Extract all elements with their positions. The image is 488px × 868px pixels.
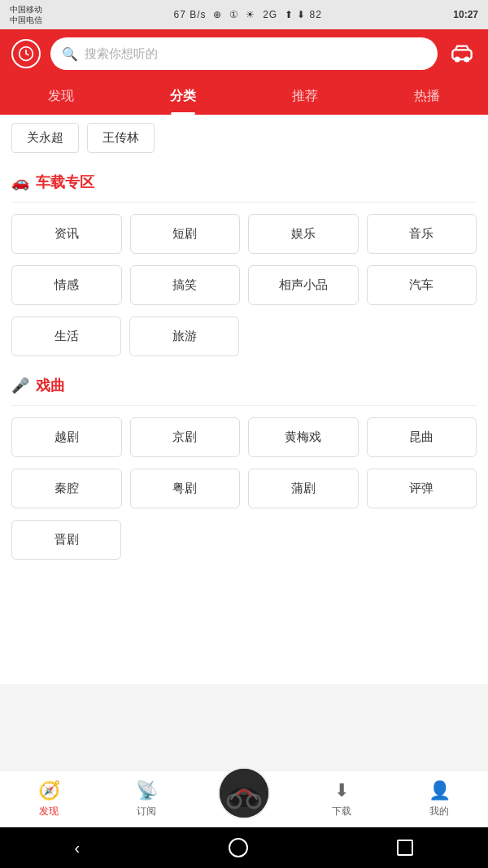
nav-mine[interactable]: 👤 我的 [390, 774, 488, 825]
car-section-icon: 🚗 [11, 173, 29, 191]
car-section-title: 车载专区 [36, 172, 94, 192]
android-back-button[interactable]: ‹ [75, 839, 81, 857]
cat-crosstalk[interactable]: 相声小品 [248, 265, 359, 305]
main-content: 关永超 王传林 🚗 车载专区 资讯 短剧 娱乐 音乐 情感 搞笑 相声小品 汽车… [0, 115, 488, 684]
opera-grid-row1: 越剧 京剧 黄梅戏 昆曲 [11, 417, 477, 457]
tag-wangchuanlin[interactable]: 王传林 [87, 123, 155, 153]
svg-point-3 [465, 58, 469, 62]
cat-drama[interactable]: 短剧 [130, 214, 241, 254]
status-bar: 中国移动 中国电信 67 B/s ⊕ ① ☀ 2G ⬆ ⬇ 82 10:27 [0, 0, 488, 29]
cat-funny[interactable]: 搞笑 [130, 265, 241, 305]
android-home-button[interactable] [229, 838, 248, 857]
tab-hot[interactable]: 热播 [366, 78, 488, 115]
nav-subscribe-label: 订阅 [137, 805, 156, 818]
search-icon: 🔍 [62, 46, 78, 62]
tab-category[interactable]: 分类 [122, 78, 244, 115]
opera-section-title: 戏曲 [36, 376, 65, 395]
signal-info: 67 B/s ⊕ ① ☀ 2G ⬆ ⬇ 82 [173, 9, 321, 20]
tab-discover[interactable]: 发现 [0, 78, 122, 115]
download-icon: ⬇ [334, 780, 349, 801]
section-opera-header: 🎤 戏曲 [11, 364, 477, 406]
cat-jingju[interactable]: 京剧 [130, 417, 241, 457]
nav-download-label: 下载 [332, 805, 351, 818]
section-car: 🚗 车载专区 资讯 短剧 娱乐 音乐 情感 搞笑 相声小品 汽车 生活 旅游 [0, 161, 488, 364]
header: 🔍 搜索你想听的 [0, 29, 488, 78]
cat-emotion[interactable]: 情感 [11, 265, 122, 305]
nav-subscribe[interactable]: 📡 订阅 [98, 774, 195, 825]
opera-grid-row2: 秦腔 粤剧 蒲剧 评弹 [11, 469, 477, 508]
android-nav-bar: ‹ [0, 827, 488, 868]
carrier-info: 中国移动 中国电信 [10, 4, 42, 25]
nav-discover-label: 发现 [39, 805, 59, 818]
cat-yueju2[interactable]: 粤剧 [130, 469, 241, 508]
cat-huangmei[interactable]: 黄梅戏 [248, 417, 359, 457]
nav-discover[interactable]: 🧭 发现 [0, 774, 98, 825]
nav-mine-label: 我的 [429, 805, 449, 818]
cat-car[interactable]: 汽车 [367, 265, 477, 305]
partial-tag-row: 关永超 王传林 [0, 115, 488, 161]
opera-section-icon: 🎤 [11, 377, 29, 395]
car-grid-row1: 资讯 短剧 娱乐 音乐 [11, 214, 477, 254]
cat-yueju[interactable]: 越剧 [11, 417, 122, 457]
bottom-nav: 🧭 发现 📡 订阅 [0, 770, 488, 827]
cat-music[interactable]: 音乐 [367, 214, 477, 254]
cat-entertainment[interactable]: 娱乐 [248, 214, 359, 254]
cat-qinqiang[interactable]: 秦腔 [11, 469, 122, 508]
car-mode-button[interactable] [447, 39, 477, 68]
nav-download[interactable]: ⬇ 下载 [293, 774, 390, 825]
svg-point-2 [455, 58, 460, 62]
subscribe-icon: 📡 [136, 780, 158, 801]
android-recents-button[interactable] [397, 840, 413, 856]
discover-icon: 🧭 [38, 780, 60, 801]
cat-travel[interactable]: 旅游 [129, 316, 239, 356]
time-display: 10:27 [453, 9, 478, 20]
cat-jinju[interactable]: 晋剧 [11, 520, 121, 560]
section-opera: 🎤 戏曲 越剧 京剧 黄梅戏 昆曲 秦腔 粤剧 蒲剧 评弹 晋剧 [0, 364, 488, 568]
nav-tabs: 发现 分类 推荐 热播 [0, 78, 488, 115]
cat-life[interactable]: 生活 [11, 316, 121, 356]
opera-grid-row3: 晋剧 [11, 520, 477, 560]
now-playing-thumbnail [220, 769, 268, 818]
car-grid-row3: 生活 旅游 [11, 316, 477, 356]
search-bar[interactable]: 🔍 搜索你想听的 [50, 37, 438, 70]
section-car-header: 🚗 车载专区 [11, 161, 477, 203]
cat-news[interactable]: 资讯 [11, 214, 122, 254]
clock-icon[interactable] [11, 39, 41, 68]
tag-guanyongchao[interactable]: 关永超 [11, 123, 79, 153]
tab-recommend[interactable]: 推荐 [244, 78, 366, 115]
search-placeholder: 搜索你想听的 [85, 46, 158, 62]
car-grid-row2: 情感 搞笑 相声小品 汽车 [11, 265, 477, 305]
cat-puju[interactable]: 蒲剧 [248, 469, 359, 508]
mine-icon: 👤 [429, 780, 451, 801]
now-playing-button[interactable] [218, 767, 270, 819]
cat-kunqu[interactable]: 昆曲 [367, 417, 477, 457]
cat-pingtan[interactable]: 评弹 [367, 469, 477, 508]
